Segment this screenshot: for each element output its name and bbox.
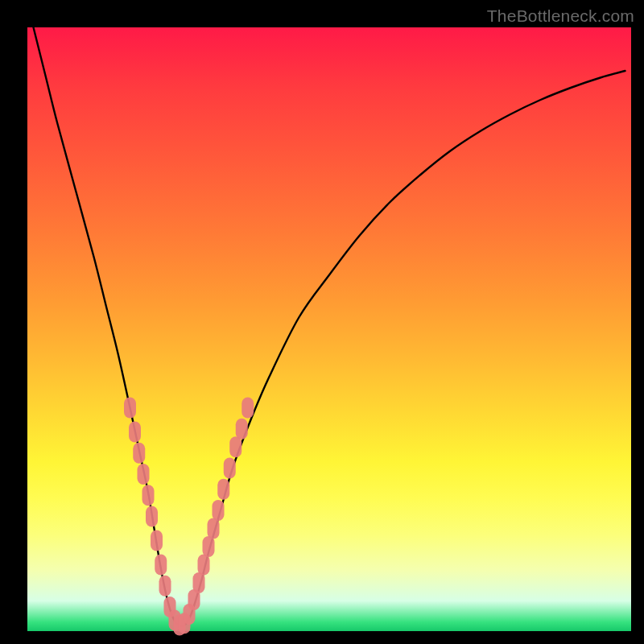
curve-marker — [193, 572, 205, 593]
curve-marker — [198, 555, 210, 576]
curve-marker — [236, 419, 248, 440]
watermark-text: TheBottleneck.com — [487, 6, 634, 26]
curve-marker — [142, 485, 155, 506]
curve-marker — [155, 555, 167, 576]
curve-layer — [34, 27, 625, 626]
curve-marker — [138, 464, 150, 485]
curve-marker — [203, 536, 215, 557]
curve-marker — [159, 576, 171, 597]
curve-marker — [213, 500, 225, 521]
plot-area — [27, 27, 631, 631]
curve-marker — [146, 506, 158, 527]
curve-marker — [208, 518, 220, 539]
curve-marker — [224, 458, 236, 479]
bottleneck-curve — [34, 27, 625, 626]
curve-marker — [124, 398, 136, 419]
curve-marker — [133, 443, 145, 464]
marker-layer — [124, 398, 254, 636]
curve-marker — [229, 436, 242, 457]
curve-marker — [151, 530, 163, 551]
chart-svg — [27, 27, 631, 631]
curve-marker — [217, 479, 229, 500]
curve-marker — [242, 398, 254, 419]
chart-frame: TheBottleneck.com — [0, 0, 644, 644]
curve-marker — [129, 422, 141, 443]
